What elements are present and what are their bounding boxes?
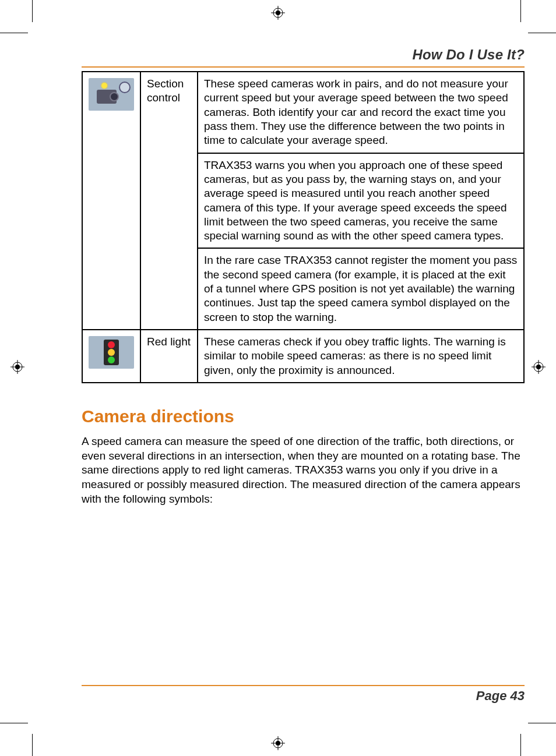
icon-cell xyxy=(82,330,140,383)
camera-type-description: In the rare case TRAX353 cannot register… xyxy=(198,248,524,330)
crop-mark xyxy=(520,0,521,22)
camera-type-description: These cameras check if you obey traffic … xyxy=(198,330,524,383)
camera-type-label: Section control xyxy=(140,72,198,330)
crop-mark xyxy=(528,33,556,33)
table-row: Section control These speed cameras work… xyxy=(82,72,524,153)
crop-mark xyxy=(32,734,33,756)
crop-mark xyxy=(0,723,28,723)
registration-mark-icon xyxy=(10,360,24,374)
registration-mark-icon xyxy=(271,736,285,750)
red-light-camera-icon xyxy=(89,336,134,369)
registration-mark-icon xyxy=(271,6,285,20)
crop-mark xyxy=(520,734,521,756)
page-footer: Page 43 xyxy=(82,685,525,704)
content-area: How Do I Use It? Section control These s… xyxy=(82,47,525,506)
table-row: Red light These cameras check if you obe… xyxy=(82,330,524,383)
camera-type-description: These speed cameras work in pairs, and d… xyxy=(198,72,524,153)
body-paragraph: A speed camera can measure the speed of … xyxy=(82,434,525,506)
header-rule xyxy=(82,66,525,68)
section-control-camera-icon xyxy=(89,78,134,111)
camera-type-description: TRAX353 warns you when you approach one … xyxy=(198,153,524,249)
camera-type-label: Red light xyxy=(140,330,198,383)
crop-mark xyxy=(0,33,28,33)
section-heading: Camera directions xyxy=(82,407,525,426)
page-header-title: How Do I Use It? xyxy=(82,47,525,63)
page-number: Page 43 xyxy=(82,688,525,704)
icon-cell xyxy=(82,72,140,330)
crop-mark xyxy=(32,0,33,22)
camera-types-table: Section control These speed cameras work… xyxy=(82,71,525,383)
crop-mark xyxy=(528,723,556,723)
footer-rule xyxy=(82,685,525,686)
document-page: How Do I Use It? Section control These s… xyxy=(0,0,556,756)
registration-mark-icon xyxy=(532,360,546,374)
